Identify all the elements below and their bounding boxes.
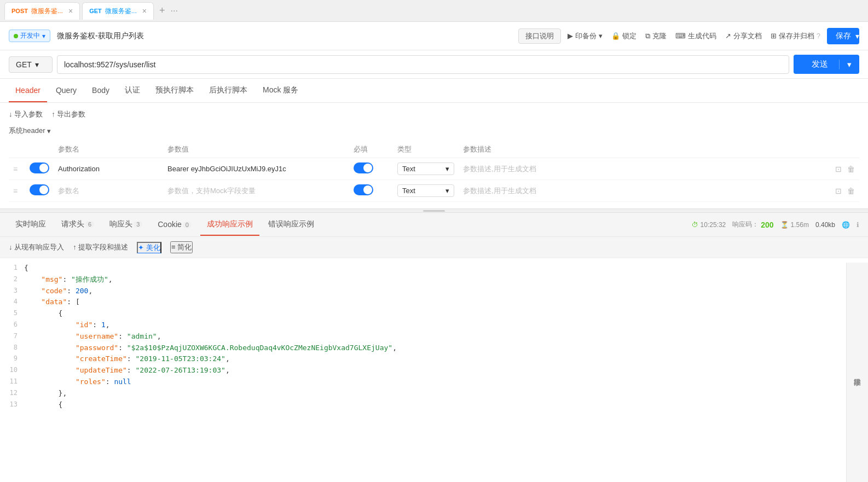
params-table: 参数名 参数值 必填 类型 参数描述 ≡ [9, 141, 859, 202]
row1-name-value: Authorization [58, 165, 100, 173]
code-line-6: 6 "id": 1, [0, 320, 868, 331]
method-select[interactable]: GET ▾ [9, 56, 53, 73]
share-icon: ↗ [725, 32, 731, 40]
row2-name-input[interactable] [58, 187, 159, 195]
tab-auth[interactable]: 认证 [118, 79, 147, 103]
right-sidebar: 字段描述 [846, 263, 868, 482]
tab-pre-script[interactable]: 预执行脚本 [149, 79, 200, 103]
save-button[interactable]: 保存 ▾ [827, 28, 859, 44]
url-input[interactable] [57, 55, 789, 74]
tab-get-close[interactable]: × [142, 7, 147, 15]
row2-name [54, 180, 163, 202]
code-line-2: 2 "msg": "操作成功", [0, 274, 868, 286]
backup-chevron: ▾ [599, 32, 603, 40]
export-params-button[interactable]: ↑ 导出参数 [51, 109, 85, 119]
code-line-1: 1 { [0, 263, 868, 274]
line-content-11: "roles": null [24, 376, 864, 388]
resizer[interactable] [0, 208, 868, 213]
extract-fields-button[interactable]: ↑ 提取字段和描述 [73, 242, 128, 252]
row1-type: Text ▾ [393, 158, 459, 180]
tab-resp-headers[interactable]: 响应头3 [103, 214, 149, 236]
line-num-8: 8 [4, 342, 24, 354]
row2-type-chevron-icon: ▾ [445, 187, 449, 195]
drag-handle-icon[interactable]: ≡ [13, 187, 18, 195]
api-name: 微服务鉴权-获取用户列表 [57, 31, 512, 41]
row1-delete-icon[interactable]: 🗑 [847, 165, 855, 173]
url-bar: GET ▾ 发送 ▾ [0, 50, 868, 79]
line-num-13: 13 [4, 399, 24, 411]
dev-badge[interactable]: 开发中 ▾ [9, 30, 50, 42]
row2-copy-icon[interactable]: ⊡ [835, 187, 842, 195]
code-line-7: 7 "username": "admin", [0, 331, 868, 342]
meta-size: 0.40kb [815, 221, 835, 229]
row2-desc-input[interactable] [463, 187, 822, 195]
row1-desc-input[interactable] [463, 165, 822, 173]
backup-label: 印备份 [575, 31, 597, 41]
tab-post-script[interactable]: 后执行脚本 [202, 79, 254, 103]
share-label: 分享文档 [733, 31, 762, 41]
globe-icon: 🌐 [842, 221, 850, 229]
tab-req-headers[interactable]: 请求头6 [55, 214, 101, 236]
resp-headers-badge: 3 [134, 221, 142, 228]
send-button[interactable]: 发送 ▾ [794, 55, 859, 74]
row1-value-text: Bearer eyJhbGciOiJIUzUxMiJ9.eyJ1c [167, 165, 286, 173]
row2-type-select[interactable]: Text ▾ [397, 184, 454, 197]
run-icon: ▶ [568, 32, 573, 40]
row2-delete-icon[interactable]: 🗑 [847, 187, 855, 195]
beautify-button[interactable]: ✦ 美化 [137, 242, 161, 253]
more-tabs-button[interactable]: ··· [171, 6, 178, 16]
line-content-9: "createTime": "2019-11-05T23:03:24", [24, 353, 864, 365]
bottom-section: 实时响应 请求头6 响应头3 Cookie0 成功响应示例 错误响应示例 ⏱ 1… [0, 213, 868, 482]
save-archive-action[interactable]: ⊞ 保存并归档 ? [771, 31, 820, 41]
row2-type: Text ▾ [393, 180, 459, 202]
import-from-resp-button[interactable]: ↓ 从现有响应导入 [9, 242, 64, 252]
response-meta: ⏱ 10:25:32 响应码： 200 ⏳ 1.56m 0.40kb 🌐 ℹ [692, 220, 859, 229]
tab-post-close[interactable]: × [68, 7, 73, 15]
import-params-button[interactable]: ↓ 导入参数 [9, 109, 43, 119]
drag-handle-icon[interactable]: ≡ [13, 165, 18, 173]
tab-cookie[interactable]: Cookie0 [151, 214, 198, 235]
row2-value-input[interactable] [167, 187, 345, 195]
table-row: ≡ Authorization Bearer eyJhbGciOiJIUzUxM… [9, 158, 859, 180]
tab-realtime[interactable]: 实时响应 [9, 214, 53, 236]
clone-label: 克隆 [652, 31, 667, 41]
share-action[interactable]: ↗ 分享文档 [725, 31, 762, 41]
tab-get[interactable]: GET 微服务鉴... × [82, 2, 154, 20]
tab-mock[interactable]: Mock 服务 [256, 79, 305, 103]
line-content-10: "updateTime": "2022-07-26T13:19:03", [24, 365, 864, 376]
tab-body[interactable]: Body [85, 79, 116, 102]
interface-btn[interactable]: 接口说明 [518, 28, 561, 44]
response-main: 实时响应 请求头6 响应头3 Cookie0 成功响应示例 错误响应示例 ⏱ 1… [0, 213, 868, 482]
dev-chevron-icon: ▾ [42, 32, 45, 40]
line-content-6: "id": 1, [24, 320, 864, 331]
line-content-1: { [24, 263, 864, 274]
simplify-button[interactable]: ≡ 简化 [170, 241, 193, 253]
tab-query[interactable]: Query [49, 79, 83, 102]
lock-label: 锁定 [622, 31, 636, 41]
lock-action[interactable]: 🔒 锁定 [611, 31, 636, 41]
row1-copy-icon[interactable]: ⊡ [835, 165, 842, 173]
tab-error-example[interactable]: 错误响应示例 [262, 214, 321, 236]
row1-desc [459, 158, 826, 180]
save-archive-label: 保存并归档 [779, 31, 814, 41]
tab-success-example[interactable]: 成功响应示例 [200, 214, 259, 236]
code-viewer[interactable]: 1 { 2 "msg": "操作成功", 3 "code": 200, 4 "d… [0, 258, 868, 482]
run-action[interactable]: ▶ 印备份 ▾ [568, 31, 603, 41]
tab-header[interactable]: Header [9, 79, 47, 102]
row2-required-toggle[interactable] [354, 184, 373, 195]
row1-toggle-switch[interactable] [30, 162, 49, 173]
system-header-toggle[interactable]: 系统header ▾ [9, 126, 859, 136]
clone-action[interactable]: ⧉ 克隆 [645, 31, 667, 41]
tab-post[interactable]: POST 微服务鉴... × [4, 2, 80, 20]
row2-toggle-switch[interactable] [30, 184, 49, 195]
code-line-3: 3 "code": 200, [0, 286, 868, 297]
param-tabs-nav: Header Query Body 认证 预执行脚本 后执行脚本 Mock 服务 [0, 79, 868, 103]
params-actions: ↓ 导入参数 ↑ 导出参数 [9, 109, 859, 119]
line-num-7: 7 [4, 331, 24, 342]
response-actions: ↓ 从现有响应导入 ↑ 提取字段和描述 ✦ 美化 ≡ 简化 [0, 237, 868, 258]
row1-type-select[interactable]: Text ▾ [397, 162, 454, 175]
row1-required-toggle[interactable] [354, 162, 373, 173]
new-tab-button[interactable]: + [156, 5, 169, 16]
code-action[interactable]: ⌨ 生成代码 [675, 31, 716, 41]
row2-toggle [25, 180, 54, 202]
